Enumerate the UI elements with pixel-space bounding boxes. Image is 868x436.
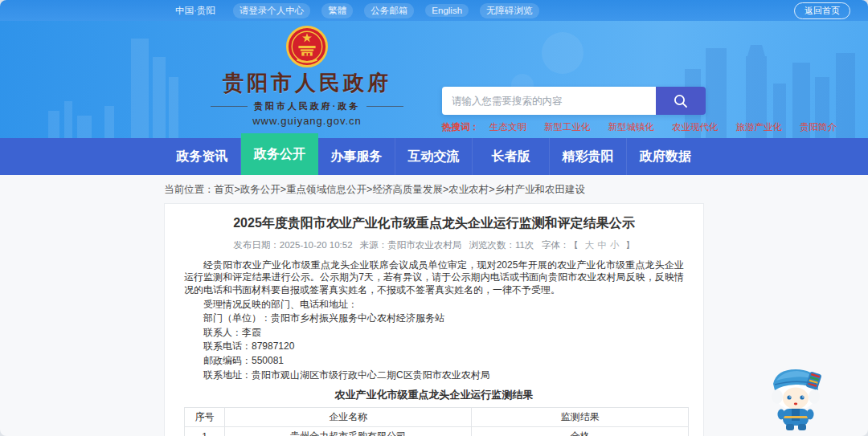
cell-company-name: 贵州合力超市采购有限公司 [225,427,472,436]
search-area: 热搜词： 生态文明新型工业化新型城镇化农业现代化旅游产业化贵阳简介 [442,87,707,133]
table-header-row: 序号企业名称监测结果 [185,408,689,427]
site-title: 贵阳市人民政府 [186,69,428,97]
article-paragraph: 邮政编码：550081 [184,355,684,368]
topbar-link[interactable]: 公务邮箱 [364,3,414,18]
font-size-button[interactable]: 小 [610,240,620,250]
article-paragraph: 联系电话：87987120 [184,340,684,353]
hot-search-word[interactable]: 生态文明 [489,121,526,133]
topbar: 中国·贵阳请登录个人中心繁體公务邮箱English无障碍浏览 返回首页 [0,0,868,21]
hot-search-word[interactable]: 旅游产业化 [736,121,783,133]
hot-search-word[interactable]: 贵阳简介 [800,121,837,133]
topbar-link[interactable]: English [425,4,469,17]
topbar-link[interactable]: 中国·贵阳 [169,3,222,18]
return-home-button[interactable]: 返回首页 [794,2,850,19]
nav-tab[interactable]: 政务资讯 [164,138,241,175]
nav-tab[interactable]: 政府数据 [627,138,704,175]
table-body: 1 贵州合力超市采购有限公司 合格 2 贵州友禾种业有限公司 合格 3 贵州松果… [185,427,689,436]
article-meta: 发布日期：2025-10-20 10:52 来源：贵阳市农业农村局 浏览次数：1… [184,239,684,251]
font-size-controls: 大中小 [583,240,621,250]
hot-search-label: 热搜词： [442,121,479,133]
article-card: 2025年度贵阳市农业产业化市级重点龙头企业运行监测和评定结果公示 发布日期：2… [164,203,704,436]
breadcrumb-label: 当前位置： [164,184,215,195]
article-body: 经贵阳市农业产业化市级重点龙头企业联席会议成员单位审定，现对2025年开展的农业… [184,259,684,381]
cell-index: 1 [185,427,225,436]
font-size-bracket: 】 [625,240,635,250]
table-header-cell: 监测结果 [472,408,689,427]
nav-tab[interactable]: 办事服务 [318,138,395,175]
cell-monitor-result: 合格 [472,427,689,436]
site-header: 贵阳市人民政府 贵阳市人民政府·政务 www.guiyang.gov.cn 热搜… [0,21,868,138]
search-input[interactable] [442,87,656,115]
search-button[interactable] [656,87,706,115]
hot-search-word[interactable]: 新型城镇化 [608,121,655,133]
topbar-links: 中国·贵阳请登录个人中心繁體公务邮箱English无障碍浏览 [169,3,539,18]
nav-tab[interactable]: 精彩贵阳 [550,138,627,175]
hot-search-word[interactable]: 新型工业化 [544,121,591,133]
article-paragraph: 联系地址：贵阳市观山湖区市级行政中心二期C区贵阳市农业农村局 [184,369,684,382]
table-header-cell: 序号 [185,408,225,427]
article-paragraph: 经贵阳市农业产业化市级重点龙头企业联席会议成员单位审定，现对2025年开展的农业… [184,259,684,297]
site-subtitle: 贵阳市人民政府·政务 [186,100,428,112]
national-emblem-icon [286,26,328,67]
breadcrumb-path[interactable]: 首页>政务公开>重点领域信息公开>经济高质量发展>农业农村>乡村产业和农田建设 [215,184,586,195]
breadcrumb: 当前位置：首页>政务公开>重点领域信息公开>经济高质量发展>农业农村>乡村产业和… [164,183,868,197]
nav-tabs: 政务资讯政务公开办事服务互动交流长者版精彩贵阳政府数据 [164,138,704,175]
article-title: 2025年度贵阳市农业产业化市级重点龙头企业运行监测和评定结果公示 [184,215,684,232]
font-size-button[interactable]: 大 [585,240,595,250]
table-row: 1 贵州合力超市采购有限公司 合格 [185,427,689,436]
article-paragraph: 受理情况反映的部门、电话和地址： [184,299,684,312]
topbar-link[interactable]: 请登录个人中心 [233,3,311,18]
site-url: www.guiyang.gov.cn [186,115,428,127]
article-paragraph: 联系人：李霞 [184,327,684,340]
hot-search-row: 热搜词： 生态文明新型工业化新型城镇化农业现代化旅游产业化贵阳简介 [442,121,707,133]
hot-search-word[interactable]: 农业现代化 [672,121,719,133]
guiyang-mascot[interactable] [765,363,828,432]
page: 中国·贵阳请登录个人中心繁體公务邮箱English无障碍浏览 返回首页 [0,0,868,436]
nav-tab[interactable]: 长者版 [473,138,550,175]
monitor-result-table: 序号企业名称监测结果 1 贵州合力超市采购有限公司 合格 2 贵州友禾种业有限公… [184,407,689,436]
font-size-button[interactable]: 中 [597,240,607,250]
article-source: 来源：贵阳市农业农村局 [360,240,462,250]
nav-tab[interactable]: 互动交流 [395,138,473,175]
main-nav: 政务资讯政务公开办事服务互动交流长者版精彩贵阳政府数据 [0,138,868,175]
font-size-label: 字体：【 [542,240,579,250]
table-header-cell: 企业名称 [225,408,472,427]
article-paragraph: 部门（单位）：贵阳市乡村振兴服务中心农村经济服务站 [184,312,684,325]
nav-tab[interactable]: 政务公开 [241,133,318,175]
table-caption: 农业产业化市级重点龙头企业运行监测结果 [184,388,684,402]
hot-search-words: 生态文明新型工业化新型城镇化农业现代化旅游产业化贵阳简介 [489,121,837,133]
search-icon [673,93,689,109]
topbar-link[interactable]: 无障碍浏览 [480,3,539,18]
topbar-link[interactable]: 繁體 [321,3,353,18]
site-logo[interactable]: 贵阳市人民政府 贵阳市人民政府·政务 www.guiyang.gov.cn [186,26,428,127]
publish-date: 发布日期：2025-10-20 10:52 [233,240,352,250]
view-count: 浏览次数：11次 [469,240,534,250]
